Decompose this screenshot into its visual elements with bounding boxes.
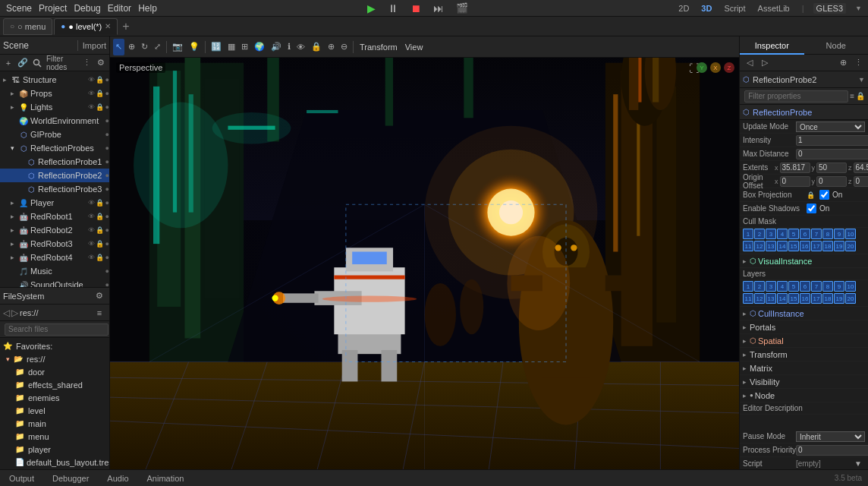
section-spatial[interactable]: ▸ ⬡ Spatial: [740, 334, 868, 348]
api-label[interactable]: GLES3: [813, 3, 846, 14]
fs-forward-btn[interactable]: ▷: [11, 308, 18, 318]
fs-item-door[interactable]: 📁 door: [0, 365, 109, 378]
origin-y[interactable]: [816, 176, 847, 187]
update-mode-select[interactable]: Once: [796, 122, 865, 132]
extents-z[interactable]: [854, 163, 869, 173]
fs-item-level[interactable]: 📁 level: [0, 404, 109, 417]
tool-light[interactable]: 💡: [187, 39, 202, 55]
group-btn[interactable]: ⊕: [326, 39, 337, 55]
import-label[interactable]: Import: [83, 41, 106, 50]
tool-select[interactable]: ↖: [113, 39, 124, 55]
scene-add-btn[interactable]: +: [2, 56, 15, 70]
layer-13[interactable]: 13: [766, 293, 776, 304]
inspector-more[interactable]: ⋮: [851, 56, 865, 70]
tree-item-rr2[interactable]: ▸ 🤖 RedRobot2 👁 🔒 ●: [0, 223, 109, 237]
cull-17[interactable]: 17: [811, 241, 822, 251]
menu-project[interactable]: Project: [36, 3, 70, 14]
tab-animation[interactable]: Animation: [144, 474, 187, 483]
fs-item-enemies[interactable]: 📁 enemies: [0, 391, 109, 404]
tree-item-worldenv[interactable]: 🌍 WorldEnvironment ●: [0, 114, 109, 128]
inspector-history[interactable]: ⊕: [836, 56, 850, 70]
fs-item-menu[interactable]: 📁 menu: [0, 430, 109, 443]
layer-18[interactable]: 18: [822, 293, 833, 304]
cull-18[interactable]: 18: [822, 241, 833, 251]
layer-15[interactable]: 15: [788, 293, 799, 304]
scene-settings-btn[interactable]: ⚙: [94, 56, 108, 70]
cull-20[interactable]: 20: [845, 241, 856, 251]
tree-item-rr1[interactable]: ▸ 🤖 RedRobot1 👁 🔒 ●: [0, 210, 109, 223]
layer-7[interactable]: 7: [811, 281, 822, 292]
tab-debugger[interactable]: Debugger: [49, 474, 92, 483]
cull-9[interactable]: 9: [834, 229, 844, 239]
layer-3[interactable]: 3: [766, 281, 776, 292]
fs-item-default-env[interactable]: 📄 default_env.tres: [0, 469, 109, 469]
tree-item-rp1[interactable]: ⬡ ReflectionProbe1 ●: [0, 155, 109, 169]
layer-1[interactable]: 1: [743, 281, 753, 292]
fs-expand-btn[interactable]: ≡: [93, 306, 106, 320]
cull-11[interactable]: 11: [743, 241, 753, 251]
fs-item-effects[interactable]: 📁 effects_shared: [0, 378, 109, 391]
cull-13[interactable]: 13: [766, 241, 776, 251]
script-edit[interactable]: ▼: [851, 457, 865, 470]
mode-3d[interactable]: 3D: [698, 4, 715, 13]
tab-node[interactable]: Node: [804, 36, 869, 55]
section-visibility[interactable]: ▸ Visibility: [740, 375, 868, 389]
toolbar-movie[interactable]: 🎬: [453, 2, 471, 14]
cull-4[interactable]: 4: [777, 229, 788, 239]
fs-item-bus-layout[interactable]: 📄 default_bus_layout.tres: [0, 456, 109, 469]
fs-back-btn[interactable]: ◁: [3, 308, 10, 318]
menu-scene[interactable]: Scene: [3, 3, 35, 14]
tool-move[interactable]: ⊕: [126, 39, 137, 55]
tree-item-rp3[interactable]: ⬡ ReflectionProbe3 ●: [0, 182, 109, 196]
cull-6[interactable]: 6: [800, 229, 810, 239]
gizmo-btn[interactable]: ⊞: [239, 39, 250, 55]
menu-debug[interactable]: Debug: [71, 3, 103, 14]
transform-label[interactable]: Transform: [357, 43, 401, 52]
filter-nodes-btn[interactable]: [30, 56, 44, 70]
cull-15[interactable]: 15: [788, 241, 799, 251]
tree-item-giprobe[interactable]: ⬡ GIProbe ●: [0, 128, 109, 141]
layer-5[interactable]: 5: [788, 281, 799, 292]
inspector-lock[interactable]: 🔒: [856, 90, 865, 103]
inspector-forward[interactable]: ▷: [758, 56, 772, 70]
tree-item-structure[interactable]: ▸ 🏗 Structure 👁 🔒 ●: [0, 73, 109, 87]
tree-item-rp2[interactable]: ⬡ ReflectionProbe2 ●: [0, 169, 109, 182]
layer-14[interactable]: 14: [777, 293, 788, 304]
cull-14[interactable]: 14: [777, 241, 788, 251]
lock-btn[interactable]: 🔒: [309, 39, 324, 55]
layer-16[interactable]: 16: [800, 293, 810, 304]
fs-item-main[interactable]: 📁 main: [0, 417, 109, 430]
pause-mode-select[interactable]: Inherit: [796, 431, 865, 442]
layer-11[interactable]: 11: [743, 293, 753, 304]
tree-item-lights[interactable]: ▸ 💡 Lights 👁 🔒 ●: [0, 100, 109, 114]
process-priority-input[interactable]: [796, 445, 868, 456]
origin-x[interactable]: [780, 176, 810, 187]
tool-rotate[interactable]: ↻: [139, 39, 150, 55]
env-btn[interactable]: 🌍: [252, 39, 267, 55]
tool-scale[interactable]: ⤢: [152, 39, 163, 55]
tree-item-reflectionprobes[interactable]: ▾ ⬡ ReflectionProbes ●: [0, 141, 109, 155]
object-dropdown[interactable]: ▼: [858, 76, 865, 84]
tree-item-props[interactable]: ▸ 📦 Props 👁 🔒 ●: [0, 87, 109, 100]
section-visual-instance[interactable]: ▸ ⬡ VisualInstance: [740, 254, 868, 268]
cull-10[interactable]: 10: [845, 229, 856, 239]
view-label[interactable]: View: [402, 43, 426, 52]
scene-instance-btn[interactable]: 🔗: [16, 56, 30, 70]
tab-inspector[interactable]: Inspector: [740, 36, 804, 55]
toolbar-pause[interactable]: ⏸: [385, 2, 401, 14]
fs-item-player[interactable]: 📁 player: [0, 443, 109, 456]
toolbar-stop[interactable]: ⏹: [407, 2, 424, 14]
section-transform[interactable]: ▸ Transform: [740, 348, 868, 361]
fs-settings-btn[interactable]: ⚙: [93, 289, 106, 303]
layer-10[interactable]: 10: [845, 281, 856, 292]
add-tab-button[interactable]: +: [119, 18, 132, 35]
tab-level[interactable]: ● ● level(*) ✕: [54, 18, 118, 35]
cull-1[interactable]: 1: [743, 229, 753, 239]
cull-19[interactable]: 19: [834, 241, 844, 251]
origin-z[interactable]: [854, 176, 869, 187]
scene-expand-btn[interactable]: ⋮: [80, 56, 93, 70]
enable-shadows-check[interactable]: [807, 204, 816, 213]
cull-16[interactable]: 16: [800, 241, 810, 251]
layer-2[interactable]: 2: [754, 281, 765, 292]
extents-y[interactable]: [816, 163, 847, 173]
